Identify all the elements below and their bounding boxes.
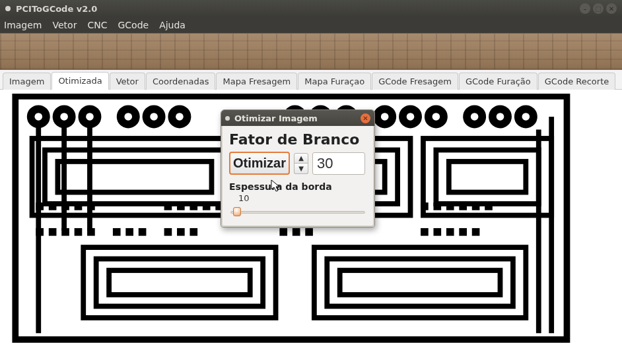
svg-rect-58 — [75, 228, 83, 236]
svg-rect-50 — [433, 202, 441, 210]
tab-gcode-fresagem[interactable]: GCode Fresagem — [372, 73, 458, 90]
tab-mapa-fresagem[interactable]: Mapa Fresagem — [216, 73, 297, 90]
svg-rect-59 — [87, 228, 95, 236]
svg-rect-62 — [139, 228, 147, 236]
window-titlebar: PCIToGCode v2.0 – ⬚ ✕ — [0, 0, 622, 17]
svg-rect-53 — [472, 202, 480, 210]
tab-coordenadas[interactable]: Coordenadas — [146, 73, 216, 90]
factor-spinner: ▲ ▼ — [294, 153, 308, 174]
window-buttons: – ⬚ ✕ — [580, 3, 617, 14]
svg-rect-49 — [421, 202, 429, 210]
border-thickness-value: 10 — [229, 193, 366, 203]
slider-thumb[interactable] — [233, 207, 241, 216]
svg-rect-60 — [113, 228, 121, 236]
tab-imagem[interactable]: Imagem — [3, 73, 51, 90]
tab-mapa-furacao[interactable]: Mapa Furaçao — [298, 73, 371, 90]
svg-rect-65 — [190, 228, 197, 236]
svg-rect-73 — [472, 228, 480, 236]
tab-otimizada[interactable]: Otimizada — [52, 72, 108, 90]
svg-rect-67 — [293, 228, 300, 236]
svg-rect-61 — [125, 228, 133, 236]
tab-vetor[interactable]: Vetor — [110, 73, 145, 90]
menu-bar: Imagem Vetor CNC GCode Ajuda — [0, 17, 622, 33]
dialog-close-button[interactable]: ✕ — [361, 113, 370, 123]
svg-rect-68 — [305, 228, 313, 236]
minimize-button[interactable]: – — [580, 3, 590, 14]
menu-cnc[interactable]: CNC — [87, 20, 107, 30]
dialog-bullet — [225, 116, 230, 121]
maximize-button[interactable]: ⬚ — [593, 3, 604, 14]
svg-rect-41 — [164, 202, 172, 210]
svg-rect-55 — [36, 228, 44, 236]
svg-rect-56 — [49, 228, 57, 236]
border-thickness-label: Espessura da borda — [229, 181, 366, 192]
dialog-titlebar[interactable]: Otimizar Imagem ✕ — [221, 110, 374, 126]
window-title: PCIToGCode v2.0 — [16, 4, 580, 14]
menu-vetor[interactable]: Vetor — [52, 20, 77, 30]
svg-rect-37 — [49, 202, 57, 210]
svg-rect-39 — [75, 202, 83, 210]
svg-rect-42 — [177, 202, 185, 210]
dialog-title: Otimizar Imagem — [234, 113, 361, 123]
svg-rect-66 — [279, 228, 287, 236]
header-pcb-texture — [0, 33, 622, 70]
svg-rect-51 — [446, 202, 454, 210]
svg-rect-72 — [459, 228, 467, 236]
menu-gcode[interactable]: GCode — [118, 20, 149, 30]
titlebar-bullet — [5, 6, 11, 11]
close-button[interactable]: ✕ — [606, 3, 617, 14]
slider-track — [230, 211, 365, 214]
tab-gcode-furacao[interactable]: GCode Furação — [459, 73, 537, 90]
svg-rect-43 — [190, 202, 197, 210]
svg-rect-36 — [36, 202, 44, 210]
tab-gcode-recorte[interactable]: GCode Recorte — [538, 73, 615, 90]
border-thickness-slider[interactable] — [229, 206, 366, 218]
svg-rect-44 — [203, 202, 211, 210]
menu-imagem[interactable]: Imagem — [4, 20, 42, 30]
svg-rect-63 — [164, 228, 172, 236]
svg-rect-54 — [485, 202, 493, 210]
factor-input[interactable] — [312, 152, 365, 175]
menu-ajuda[interactable]: Ajuda — [159, 20, 186, 30]
svg-rect-70 — [433, 228, 441, 236]
svg-rect-40 — [87, 202, 95, 210]
dialog-heading: Fator de Branco — [229, 131, 366, 148]
svg-rect-38 — [61, 202, 69, 210]
svg-rect-69 — [421, 228, 429, 236]
svg-rect-52 — [459, 202, 467, 210]
spinner-down-icon[interactable]: ▼ — [294, 164, 308, 174]
tab-bar: Imagem Otimizada Vetor Coordenadas Mapa … — [0, 70, 622, 90]
svg-rect-71 — [446, 228, 454, 236]
svg-rect-64 — [177, 228, 185, 236]
svg-rect-57 — [61, 228, 69, 236]
spinner-up-icon[interactable]: ▲ — [294, 153, 308, 164]
optimize-dialog: Otimizar Imagem ✕ Fator de Branco Otimiz… — [221, 109, 375, 228]
optimize-button[interactable]: Otimizar — [229, 152, 290, 175]
